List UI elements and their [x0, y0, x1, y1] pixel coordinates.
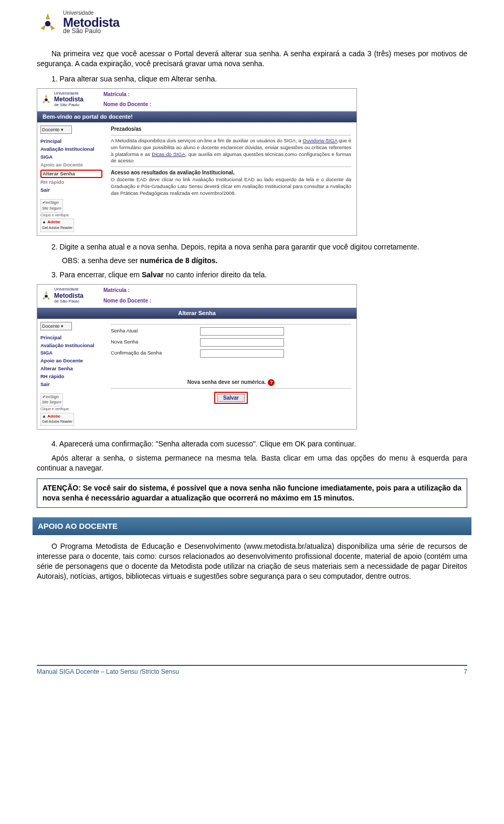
ss2-input-nova-senha[interactable]	[200, 338, 284, 347]
ss2-matricula-label: Matrícula :	[103, 287, 130, 293]
page-header-logo: Universidade Metodista de São Paulo	[37, 11, 467, 34]
ss1-link-ouvidoria[interactable]: Ouvidoria-SIGA	[303, 138, 338, 143]
ss2-nome-label: Nome do Docente :	[103, 298, 151, 304]
page-footer: Manual SIGA Docente – Lato Sensu /Strict…	[37, 665, 467, 676]
ss2-nav-principal[interactable]: Principal	[40, 335, 102, 341]
intro-paragraph: Na primeira vez que você acessar o Porta…	[37, 49, 467, 69]
step-2-obs: OBS: a senha deve ser numérica de 8 dígi…	[62, 256, 467, 266]
svg-marker-0	[46, 13, 50, 19]
ss2-lbl-confirmacao: Confirmação da Senha	[111, 350, 200, 357]
ss1-nav-avaliacao[interactable]: Avaliação Institucional	[40, 146, 102, 153]
svg-point-11	[45, 295, 48, 298]
ss2-nav-sair[interactable]: Sair	[40, 381, 102, 388]
apoio-paragraph: O Programa Metodista de Educação e Desen…	[37, 541, 467, 581]
ss1-banner: Bem-vindo ao portal do docente!	[37, 111, 356, 122]
verisign-badge: ✔eriSignSite Seguro	[40, 199, 63, 213]
salvar-button[interactable]: Salvar	[217, 394, 245, 402]
ss1-nav-principal[interactable]: Principal	[40, 138, 102, 145]
svg-point-7	[45, 99, 48, 102]
ss2-logo-text: UniversidadeMetodistade São Paulo	[54, 287, 83, 305]
screenshot-2-wrap: UniversidadeMetodistade São Paulo Matríc…	[37, 284, 467, 430]
ss2-nav-siga[interactable]: SIGA	[40, 350, 102, 357]
ss2-lbl-senha-atual: Senha Atual	[111, 328, 200, 335]
ss1-nav: Principal Avaliação Institucional SIGA A…	[40, 138, 102, 194]
screenshot-1-wrap: UniversidadeMetodistade São Paulo Matríc…	[37, 88, 467, 236]
step-1: 1. Para alterar sua senha, clique em Alt…	[62, 74, 467, 84]
svg-marker-6	[47, 100, 50, 103]
logo-text: Universidade Metodista de São Paulo	[63, 11, 120, 34]
step-3: 3. Para encerrar, clique em Salvar no ca…	[62, 270, 467, 280]
help-icon[interactable]: ?	[268, 379, 275, 386]
ss2-note: Nova senha deve ser numérica.?	[111, 379, 351, 386]
ss2-row-senha-atual: Senha Atual	[111, 327, 351, 336]
svg-marker-9	[43, 297, 46, 300]
adobe-badge: ▲ AdobeGet Adobe Reader	[40, 218, 74, 232]
screenshot-alterar-senha: UniversidadeMetodistade São Paulo Matríc…	[37, 284, 357, 430]
step-2: 2. Digite a senha atual e a nova senha. …	[62, 242, 467, 252]
ss1-role-select[interactable]: Docente ▾	[40, 126, 72, 134]
ss2-nav-apoio[interactable]: Apoio ao Docente	[40, 358, 102, 364]
ss2-logo: UniversidadeMetodistade São Paulo	[40, 287, 97, 305]
ss1-logo-text: UniversidadeMetodistade São Paulo	[54, 91, 83, 109]
ss2-row-confirmacao: Confirmação da Senha	[111, 349, 351, 358]
ss1-acesso-body: O docente EAD deve clicar no link Avalia…	[111, 176, 351, 196]
svg-marker-8	[45, 291, 47, 294]
ss2-verisign-badge: ✔eriSignSite Seguro	[40, 393, 63, 407]
svg-marker-4	[45, 95, 47, 98]
ss1-prezados: Prezados/as	[111, 126, 141, 132]
ss2-row-nova-senha: Nova Senha	[111, 338, 351, 347]
ss1-acesso-head: Acesso aos resultados da avaliação Insti…	[111, 170, 235, 175]
ss2-nav-alterar-senha[interactable]: Alterar Senha	[40, 366, 102, 372]
ss2-verisign-clique: Clique e verifique	[40, 406, 102, 411]
logo-sp: de São Paulo	[63, 28, 120, 34]
ss1-link-dicas[interactable]: Dicas do SIGA	[152, 151, 185, 157]
ss1-content: Prezados/as A Metodista disponibiliza do…	[106, 122, 356, 235]
ss2-logo-icon	[40, 290, 52, 301]
ss2-role-select[interactable]: Docente ▾	[40, 322, 72, 330]
ss1-nav-sair[interactable]: Sair	[40, 187, 102, 194]
ss2-salvar-highlight: Salvar	[214, 392, 248, 404]
svg-marker-1	[40, 24, 46, 30]
svg-point-3	[45, 20, 51, 26]
svg-marker-5	[43, 100, 46, 103]
footer-title: Manual SIGA Docente – Lato Sensu /Strict…	[37, 667, 179, 676]
footer-page-number: 7	[464, 667, 467, 676]
verisign-clique: Clique e verifique	[40, 213, 102, 217]
ss1-nome-label: Nome do Docente :	[103, 101, 151, 107]
svg-marker-2	[49, 24, 55, 30]
step-4: 4. Aparecerá uma confirmação: "Senha alt…	[62, 439, 467, 449]
ss1-nav-alterar-senha[interactable]: Alterar Senha	[40, 170, 102, 179]
ss1-logo-icon	[40, 93, 52, 105]
ss2-lbl-nova-senha: Nova Senha	[111, 339, 200, 346]
ss1-logo: UniversidadeMetodistade São Paulo	[40, 91, 97, 109]
ss2-nav-rh[interactable]: RH rápido	[40, 373, 102, 380]
ss1-matricula-label: Matrícula :	[103, 91, 130, 97]
svg-marker-10	[47, 297, 50, 300]
ss1-nav-rh[interactable]: RH rápido	[40, 179, 102, 186]
after-paragraph: Após alterar a senha, o sistema permanec…	[37, 453, 467, 473]
attention-box: ATENÇÃO: Se você sair do sistema, é poss…	[37, 478, 467, 508]
ss2-content: Senha Atual Nova Senha Confirmação da Se…	[106, 319, 356, 429]
section-apoio-docente: APOIO AO DOCENTE	[33, 517, 471, 535]
ss2-input-confirmacao[interactable]	[200, 349, 284, 358]
ss2-input-senha-atual[interactable]	[200, 327, 284, 336]
ss1-nav-apoio[interactable]: Apoio ao Docente	[40, 162, 102, 169]
screenshot-portal-welcome: UniversidadeMetodistade São Paulo Matríc…	[37, 88, 357, 236]
logo-icon	[37, 12, 59, 34]
ss2-nav-avaliacao[interactable]: Avaliação Institucional	[40, 342, 102, 349]
ss2-adobe-badge: ▲ AdobeGet Adobe Reader	[40, 413, 74, 426]
ss1-nav-siga[interactable]: SIGA	[40, 154, 102, 161]
ss2-banner: Alterar Senha	[37, 308, 356, 319]
ss2-nav: Principal Avaliação Institucional SIGA A…	[40, 335, 102, 388]
